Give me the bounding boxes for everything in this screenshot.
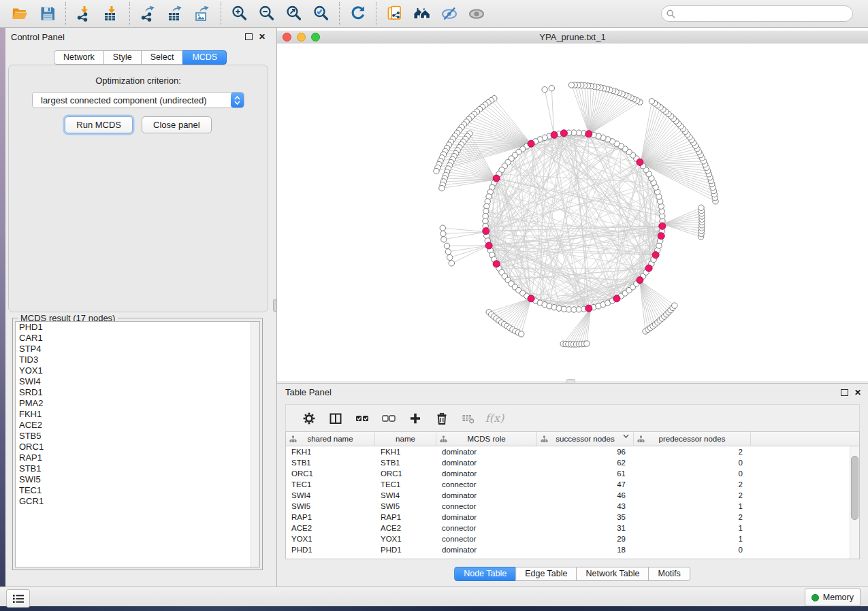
table-row[interactable]: ACE2ACE2connector311 xyxy=(286,523,859,533)
tab-motifs[interactable]: Motifs xyxy=(648,567,690,581)
mcds-hub-node[interactable] xyxy=(585,305,592,312)
node-table[interactable]: shared namenameMCDS rolesuccessor nodesp… xyxy=(285,431,860,559)
table-row[interactable]: PHD1PHD1dominator180 xyxy=(286,544,859,555)
table-row[interactable]: FKH1FKH1dominator962 xyxy=(286,446,859,457)
close-panel-button[interactable]: Close panel xyxy=(142,116,212,133)
mcds-result-item[interactable]: YOX1 xyxy=(16,365,259,376)
network-graph[interactable] xyxy=(277,44,868,381)
horizontal-splitter-grip[interactable] xyxy=(566,379,575,384)
mcds-result-item[interactable]: RAP1 xyxy=(16,452,259,463)
import-network-button[interactable] xyxy=(71,2,98,25)
table-row[interactable]: SWI4SWI4dominator462 xyxy=(286,490,859,501)
export-table-button[interactable] xyxy=(162,2,189,25)
network-document-button[interactable] xyxy=(381,2,408,25)
tab-edge-table[interactable]: Edge Table xyxy=(515,567,577,581)
mcds-result-item[interactable]: PMA2 xyxy=(16,398,259,409)
mcds-hub-node[interactable] xyxy=(551,131,558,138)
export-image-button[interactable] xyxy=(189,2,216,25)
run-mcds-button[interactable]: Run MCDS xyxy=(65,116,133,133)
zoom-out-button[interactable] xyxy=(253,2,280,25)
mcds-result-item[interactable]: STB1 xyxy=(16,463,259,474)
mcds-result-item[interactable]: TEC1 xyxy=(16,485,259,496)
float-table-panel-icon[interactable] xyxy=(841,389,848,396)
column-header-shared-name[interactable]: shared name xyxy=(286,432,375,446)
search-input[interactable] xyxy=(679,8,848,19)
mcds-result-item[interactable]: ACE2 xyxy=(16,420,259,431)
save-session-button[interactable] xyxy=(34,2,61,25)
zoom-in-button[interactable] xyxy=(226,2,253,25)
eye-slash-button[interactable] xyxy=(436,2,463,25)
mcds-result-item[interactable]: STP4 xyxy=(16,344,259,354)
table-row[interactable]: RAP1RAP1dominator352 xyxy=(286,512,859,523)
mcds-hub-node[interactable] xyxy=(493,175,500,182)
function-builder-button[interactable]: f(x) xyxy=(481,408,508,429)
mcds-hub-node[interactable] xyxy=(493,261,500,267)
table-row[interactable]: STB1STB1dominator620 xyxy=(286,457,859,468)
close-panel-icon[interactable]: ✕ xyxy=(259,33,266,41)
table-row[interactable]: YOX1YOX1connector291 xyxy=(286,533,859,544)
mcds-result-item[interactable]: FKH1 xyxy=(16,409,259,420)
zoom-fit-button[interactable] xyxy=(280,2,308,25)
tab-select[interactable]: Select xyxy=(141,50,184,65)
mcds-hub-node[interactable] xyxy=(585,131,592,137)
task-history-button[interactable] xyxy=(6,589,30,608)
mcds-result-list[interactable]: PHD1CAR1STP4TID3YOX1SWI4SRD1PMA2FKH1ACE2… xyxy=(15,321,260,567)
open-file-button[interactable] xyxy=(7,2,34,25)
network-canvas[interactable] xyxy=(277,44,868,381)
close-table-panel-icon[interactable]: ✕ xyxy=(854,389,861,397)
tab-style[interactable]: Style xyxy=(103,50,142,65)
table-row[interactable]: ORC1ORC1dominator610 xyxy=(286,468,859,479)
mcds-hub-node[interactable] xyxy=(613,295,620,302)
table-scrollbar-thumb[interactable] xyxy=(851,456,858,520)
refresh-button[interactable] xyxy=(344,2,372,25)
mcds-hub-node[interactable] xyxy=(659,222,666,229)
mcds-hub-node[interactable] xyxy=(528,140,534,147)
mcds-result-item[interactable]: GCR1 xyxy=(16,496,259,507)
delete-table-button[interactable] xyxy=(455,408,481,429)
mcds-result-item[interactable]: PHD1 xyxy=(16,322,259,333)
export-network-button[interactable] xyxy=(135,2,162,25)
tab-network[interactable]: Network xyxy=(54,50,104,65)
mcds-hub-node[interactable] xyxy=(560,130,567,137)
float-panel-icon[interactable] xyxy=(245,33,253,40)
delete-column-button[interactable] xyxy=(428,408,455,429)
memory-button[interactable]: Memory xyxy=(805,589,861,606)
mcds-hub-node[interactable] xyxy=(637,159,643,165)
mcds-result-item[interactable]: SRD1 xyxy=(16,387,259,398)
table-row[interactable]: SWI5SWI5connector431 xyxy=(286,501,859,512)
add-column-button[interactable] xyxy=(402,408,428,429)
split-panel-button[interactable] xyxy=(322,408,349,429)
mcds-result-item[interactable]: CAR1 xyxy=(16,333,259,344)
mcds-result-item[interactable]: SWI5 xyxy=(16,474,259,485)
mcds-result-item[interactable]: ORC1 xyxy=(16,442,259,452)
mcds-result-item[interactable]: STB5 xyxy=(16,431,259,442)
mcds-hub-node[interactable] xyxy=(483,228,489,235)
column-header-name[interactable]: name xyxy=(375,432,436,446)
mcds-hub-node[interactable] xyxy=(637,277,643,284)
column-header-successor-nodes[interactable]: successor nodes xyxy=(537,432,634,446)
mcds-result-item[interactable]: TID3 xyxy=(16,354,259,365)
mcds-hub-node[interactable] xyxy=(658,233,664,240)
vertical-splitter[interactable] xyxy=(272,28,277,587)
table-scrollbar[interactable] xyxy=(850,446,859,559)
houses-button[interactable] xyxy=(408,2,436,25)
import-table-button[interactable] xyxy=(98,2,125,25)
eye-button[interactable] xyxy=(463,2,490,25)
mcds-list-scrollbar[interactable] xyxy=(251,322,259,567)
column-header-MCDS-role[interactable]: MCDS role xyxy=(436,432,537,446)
mcds-hub-node[interactable] xyxy=(485,242,492,249)
mcds-hub-node[interactable] xyxy=(652,252,659,259)
settings-gear-button[interactable] xyxy=(295,408,322,429)
tab-mcds[interactable]: MCDS xyxy=(182,50,227,65)
table-row[interactable]: TEC1TEC1connector472 xyxy=(286,479,859,490)
deselect-all-checks-button[interactable] xyxy=(375,408,402,429)
zoom-selected-button[interactable] xyxy=(308,2,335,25)
tab-network-table[interactable]: Network Table xyxy=(577,567,649,581)
mcds-result-item[interactable]: SWI4 xyxy=(16,376,259,387)
optimization-criterion-dropdown[interactable]: largest connected component (undirected) xyxy=(32,92,244,108)
column-header-predecessor-nodes[interactable]: predecessor nodes xyxy=(634,432,751,446)
search-box[interactable] xyxy=(661,5,853,22)
mcds-hub-node[interactable] xyxy=(528,295,534,302)
select-all-checks-button[interactable] xyxy=(349,408,375,429)
tab-node-table[interactable]: Node Table xyxy=(454,567,516,581)
